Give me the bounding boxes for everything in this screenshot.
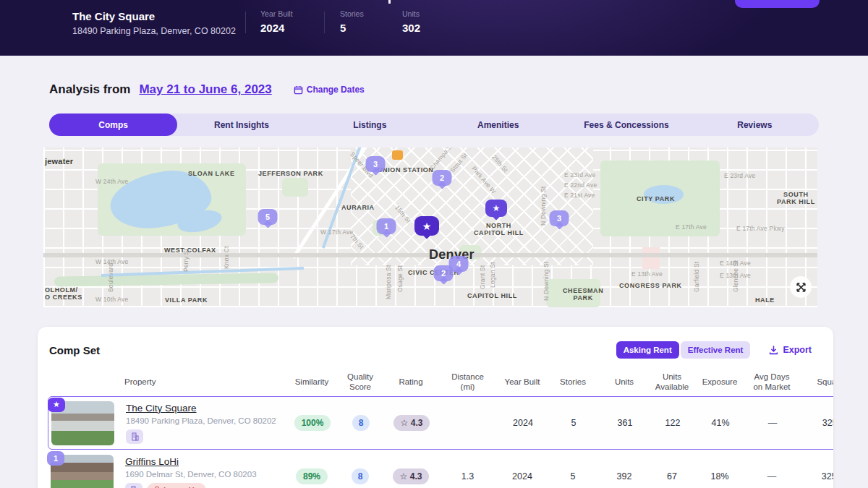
col-distance: Distance (mi) <box>438 372 497 393</box>
table-row-comp-1[interactable]: 1 Griffins LoHi 1690 Delmar St, Denver, … <box>48 450 833 488</box>
property-header: The City Square 18490 Parking Plaza, Den… <box>0 0 868 56</box>
col-property: Property <box>48 377 286 387</box>
exposure-cell: 18% <box>694 471 746 481</box>
map-marker-star[interactable]: ★ <box>414 216 439 236</box>
map-poi-icon[interactable] <box>392 150 403 160</box>
map-overlay: jewaterW 24th AveSLOAN LAKEJEFFERSON PAR… <box>43 147 817 307</box>
asking-rent-toggle[interactable]: Asking Rent <box>616 341 679 359</box>
year-built-cell: 2024 <box>498 418 548 428</box>
square-cell: 325, <box>798 471 833 481</box>
star-icon: ★ <box>53 400 60 409</box>
building-type-icon <box>126 429 143 444</box>
tab-fees-concessions[interactable]: Fees & Concessions <box>562 114 690 136</box>
change-dates-button[interactable]: Change Dates <box>294 85 365 95</box>
building-type-icon <box>125 483 142 488</box>
stat-label: Year Built <box>260 9 293 18</box>
map-marker-5[interactable]: 5 <box>258 209 278 225</box>
col-stories: Stories <box>548 377 598 387</box>
property-text: Griffins LoHi 1690 Delmar St, Denver, CO… <box>125 456 257 488</box>
map-label: Stout St <box>448 152 469 174</box>
units-available-cell: 67 <box>650 471 694 481</box>
map-label: N Downing St <box>540 187 547 226</box>
expand-icon <box>796 282 807 293</box>
tab-comps[interactable]: Comps <box>49 114 177 136</box>
col-rating: Rating <box>383 377 438 387</box>
col-units: Units <box>598 377 650 387</box>
map-label: HALE <box>755 296 775 304</box>
map-marker-3[interactable]: 3 <box>550 210 569 226</box>
stat-value: 302 <box>402 22 420 34</box>
map-label: VILLA PARK <box>165 296 208 304</box>
map-marker-1[interactable]: 1 <box>377 218 396 234</box>
quality-score-badge: 8 <box>352 468 370 484</box>
map-label: Park Ave W <box>470 165 497 195</box>
property-name-link[interactable]: The City Square <box>126 403 276 414</box>
map-label: Perry St <box>182 249 190 272</box>
stories-cell: 5 <box>548 418 599 428</box>
map-label: W 17th Ave <box>320 228 353 236</box>
map-label: E 22nd Ave <box>564 181 597 189</box>
col-exposure: Exposure <box>694 377 746 387</box>
header-primary-button[interactable] <box>735 0 820 8</box>
rating-cell: ☆ 4.3 <box>384 415 439 431</box>
map-label: 25th St <box>490 153 509 174</box>
col-quality-score: Quality Score <box>337 372 383 393</box>
comp-table: Property Similarity Quality Score Rating… <box>48 367 833 488</box>
stat-units: Units 302 <box>402 9 420 34</box>
tab-reviews[interactable]: Reviews <box>691 114 819 136</box>
comps-map[interactable]: jewaterW 24th AveSLOAN LAKEJEFFERSON PAR… <box>43 147 817 307</box>
similarity-cell: 89% <box>286 468 337 484</box>
date-range-link[interactable]: May 21 to June 6, 2023 <box>139 82 271 97</box>
year-built-cell: 2024 <box>497 471 548 481</box>
table-header-row: Property Similarity Quality Score Rating… <box>48 367 833 396</box>
change-dates-label: Change Dates <box>307 85 365 95</box>
map-expand-button[interactable] <box>790 276 812 298</box>
col-year-built: Year Built <box>497 377 548 387</box>
property-address: 1690 Delmar St, Denver, CO 80203 <box>125 470 257 479</box>
tab-listings[interactable]: Listings <box>306 114 434 136</box>
rating-value: 4.3 <box>410 471 422 481</box>
map-marker-2[interactable]: 2 <box>434 265 454 281</box>
map-label: CAPITOL HILL <box>467 292 517 299</box>
stat-year-built: Year Built 2024 <box>260 9 293 34</box>
map-label: E 17th Ave Pkwy <box>736 225 785 232</box>
map-label: Garfield St <box>693 262 700 292</box>
map-label: CITY PARK <box>637 195 675 202</box>
property-cell: ★ The City Square 18490 Parking Plaza, D… <box>48 401 287 445</box>
rating-value: 4.3 <box>411 418 423 428</box>
map-label: SLOAN LAKE <box>188 170 235 177</box>
rating-badge: ☆ 4.3 <box>393 415 430 431</box>
divider <box>245 12 246 33</box>
stories-cell: 5 <box>548 471 598 481</box>
avg-days-cell: — <box>746 471 798 481</box>
rating-badge: ☆ 4.3 <box>393 468 430 484</box>
similarity-badge: 89% <box>296 468 328 484</box>
map-marker-2[interactable]: 2 <box>433 170 452 186</box>
tab-amenities[interactable]: Amenities <box>434 114 562 136</box>
stat-value: 5 <box>340 22 364 34</box>
map-label: SOUTH PARK HILL <box>777 191 815 205</box>
property-address: 18490 Parking Plaza, Denver, CO 80202 <box>126 416 276 425</box>
tab-rent-insights[interactable]: Rent Insights <box>177 114 305 136</box>
property-name-link[interactable]: Griffins LoHi <box>125 456 257 467</box>
map-marker-3[interactable]: 3 <box>366 156 386 172</box>
map-label: E 23rd Ave <box>724 172 755 179</box>
map-label: Boulevard <box>107 263 114 292</box>
map-label: E 23rd Ave <box>564 171 595 179</box>
map-label: Logan St <box>489 262 496 288</box>
calendar-icon <box>294 85 303 95</box>
comp-set-card: Comp Set Asking Rent Effective Rent Expo… <box>38 327 833 488</box>
export-button[interactable]: Export <box>769 345 812 355</box>
rating-star-icon: ☆ <box>401 418 409 428</box>
effective-rent-toggle[interactable]: Effective Rent <box>681 341 751 359</box>
table-row-subject[interactable]: ★ The City Square 18490 Parking Plaza, D… <box>48 396 833 450</box>
analysis-row: Analysis from May 21 to June 6, 2023 Cha… <box>49 82 365 97</box>
analysis-label: Analysis from <box>49 82 130 97</box>
lease-up-badge: Lease-Up <box>147 483 206 488</box>
download-icon <box>769 346 778 355</box>
map-marker-star[interactable]: ★ <box>485 200 507 217</box>
stat-label: Stories <box>340 9 364 18</box>
map-label: 15th St <box>393 204 412 224</box>
tab-bar: Comps Rent Insights Listings Amenities F… <box>49 114 819 136</box>
stat-stories: Stories 5 <box>340 9 364 34</box>
